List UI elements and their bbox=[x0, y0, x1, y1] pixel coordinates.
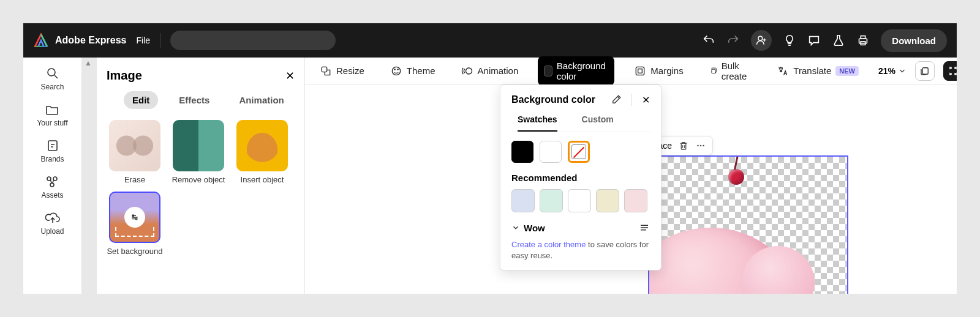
svg-point-20 bbox=[697, 145, 699, 147]
svg-point-12 bbox=[392, 67, 400, 75]
svg-rect-16 bbox=[636, 67, 644, 75]
thumb-label: Insert object bbox=[241, 175, 284, 184]
artboard[interactable] bbox=[648, 155, 848, 294]
translate-button[interactable]: TranslateNEW bbox=[771, 61, 865, 81]
tab-edit[interactable]: Edit bbox=[124, 91, 158, 109]
thumb-label: Remove object bbox=[172, 175, 225, 184]
new-badge: NEW bbox=[835, 66, 859, 76]
adobe-logo-icon bbox=[33, 32, 49, 48]
rail-label: Brands bbox=[40, 155, 64, 163]
eyedropper-icon[interactable] bbox=[611, 94, 622, 105]
bg-swatch-icon bbox=[544, 65, 552, 76]
thumb-set-background[interactable] bbox=[109, 192, 160, 243]
svg-point-22 bbox=[703, 145, 704, 147]
header-divider bbox=[160, 33, 160, 48]
rail-your-stuff[interactable]: Your stuff bbox=[37, 102, 67, 127]
rail-gutter bbox=[82, 58, 97, 294]
rail-label: Your stuff bbox=[37, 119, 67, 127]
brand-text: Adobe Express bbox=[55, 35, 126, 46]
icecream-graphic bbox=[648, 228, 796, 294]
recommended-row bbox=[511, 189, 650, 212]
tab-animation[interactable]: Animation bbox=[230, 91, 292, 109]
recommended-swatch[interactable] bbox=[624, 189, 647, 212]
svg-rect-2 bbox=[861, 36, 865, 39]
thumb-erase[interactable] bbox=[109, 120, 160, 171]
rail-brands[interactable]: Brands bbox=[40, 138, 64, 163]
expand-button[interactable] bbox=[943, 61, 957, 81]
swatch-black[interactable] bbox=[511, 141, 533, 163]
more-icon[interactable] bbox=[695, 140, 706, 151]
header-search[interactable] bbox=[170, 31, 336, 50]
tab-effects[interactable]: Effects bbox=[170, 91, 218, 109]
image-panel: Image ✕ Edit Effects Animation Erase Rem… bbox=[97, 58, 305, 294]
rail-assets[interactable]: Assets bbox=[41, 174, 63, 200]
margins-button[interactable]: Margins bbox=[628, 61, 689, 81]
recommended-swatch[interactable] bbox=[568, 189, 591, 212]
close-icon[interactable]: ✕ bbox=[285, 69, 295, 83]
bulk-create-button[interactable]: Bulk create bbox=[703, 56, 758, 86]
rail-upload[interactable]: Upload bbox=[40, 211, 64, 236]
zoom-control[interactable]: 21% bbox=[878, 66, 907, 76]
top-toolbar: Resize Theme Animation Background color … bbox=[305, 58, 957, 84]
left-rail: Search Your stuff Brands Assets Upload bbox=[23, 58, 82, 294]
svg-point-10 bbox=[135, 218, 137, 220]
svg-point-14 bbox=[397, 69, 399, 70]
animation-button[interactable]: Animation bbox=[455, 61, 525, 81]
thumb-insert-object[interactable] bbox=[236, 120, 288, 171]
cherry-graphic bbox=[728, 169, 744, 185]
file-menu[interactable]: File bbox=[136, 35, 150, 45]
svg-point-13 bbox=[394, 69, 396, 70]
recommended-swatch[interactable] bbox=[540, 189, 563, 212]
wow-section-toggle[interactable]: Wow bbox=[511, 223, 545, 233]
tab-swatches[interactable]: Swatches bbox=[518, 114, 557, 132]
tab-custom[interactable]: Custom bbox=[582, 114, 614, 132]
rail-label: Upload bbox=[40, 227, 64, 236]
theme-button[interactable]: Theme bbox=[384, 61, 442, 81]
beaker-icon[interactable] bbox=[832, 34, 845, 47]
invite-button[interactable] bbox=[751, 30, 772, 51]
pages-view-button[interactable] bbox=[915, 61, 935, 81]
app-header: Adobe Express File Download bbox=[23, 23, 957, 58]
svg-point-0 bbox=[758, 36, 763, 40]
download-button[interactable]: Download bbox=[881, 29, 947, 52]
comment-icon[interactable] bbox=[807, 34, 821, 47]
rail-search[interactable]: Search bbox=[40, 66, 64, 91]
recommended-swatch[interactable] bbox=[511, 189, 535, 212]
svg-rect-17 bbox=[638, 69, 643, 73]
rail-label: Assets bbox=[41, 191, 63, 200]
svg-rect-1 bbox=[859, 39, 867, 43]
svg-point-21 bbox=[700, 145, 702, 147]
print-icon[interactable] bbox=[856, 34, 870, 47]
delete-icon[interactable] bbox=[678, 140, 689, 151]
background-color-button[interactable]: Background color bbox=[538, 56, 614, 86]
panel-title: Image bbox=[107, 69, 142, 83]
svg-point-4 bbox=[48, 69, 55, 76]
rail-label: Search bbox=[40, 83, 64, 91]
theme-help-text: Create a color theme to save colors for … bbox=[511, 239, 650, 261]
undo-icon[interactable] bbox=[702, 34, 715, 47]
swatch-white[interactable] bbox=[540, 141, 562, 163]
background-color-popover: Background color ✕ Swatches Custom Recom… bbox=[500, 84, 662, 270]
recommended-title: Recommended bbox=[511, 173, 650, 183]
svg-rect-19 bbox=[922, 67, 928, 74]
create-theme-link[interactable]: Create a color theme bbox=[511, 240, 586, 249]
recommended-swatch[interactable] bbox=[596, 189, 619, 212]
close-icon[interactable]: ✕ bbox=[642, 94, 650, 106]
adjust-icon[interactable] bbox=[639, 222, 650, 233]
lightbulb-icon[interactable] bbox=[783, 34, 796, 47]
resize-button[interactable]: Resize bbox=[314, 61, 371, 81]
popover-title: Background color bbox=[511, 94, 595, 105]
redo-icon[interactable] bbox=[726, 34, 740, 47]
thumb-remove-object[interactable] bbox=[173, 120, 224, 171]
svg-rect-11 bbox=[322, 67, 326, 72]
rail-collapse-icon[interactable]: ▲ bbox=[85, 59, 92, 67]
thumb-label: Erase bbox=[124, 175, 145, 184]
svg-point-15 bbox=[466, 68, 472, 74]
swatch-none[interactable] bbox=[568, 141, 590, 163]
svg-rect-5 bbox=[48, 141, 57, 151]
thumb-label: Set background bbox=[107, 247, 162, 256]
